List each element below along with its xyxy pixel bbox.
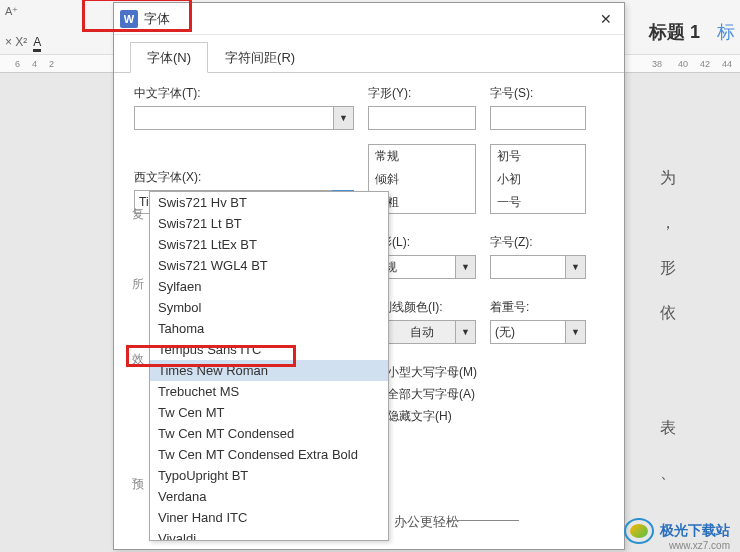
font-option[interactable]: Tw Cen MT Condensed Extra Bold (150, 444, 388, 465)
ruler-mark: 2 (49, 59, 54, 69)
doc-char: 形 (660, 258, 680, 279)
font-option[interactable]: TypoUpright BT (150, 465, 388, 486)
tab-font[interactable]: 字体(N) (130, 42, 208, 73)
font-option[interactable]: Tahoma (150, 318, 388, 339)
label-western-font: 西文字体(X): (134, 169, 354, 186)
dialog-tabs: 字体(N) 字符间距(R) (114, 35, 624, 73)
font-dialog: W 字体 ✕ 字体(N) 字符间距(R) 中文字体(T): ▼ 字形(Y): 字… (113, 2, 625, 550)
app-icon: W (120, 10, 138, 28)
font-option[interactable]: Tw Cen MT Condensed (150, 423, 388, 444)
font-option[interactable]: Trebuchet MS (150, 381, 388, 402)
superscript-icon[interactable]: A⁺ (5, 5, 18, 18)
checkbox-label: 隐藏文字(H) (387, 408, 452, 425)
chevron-down-icon[interactable]: ▼ (455, 321, 475, 343)
list-item[interactable]: 小初 (491, 168, 585, 191)
font-option[interactable]: Tw Cen MT (150, 402, 388, 423)
ruler-mark: 4 (32, 59, 37, 69)
ruler-mark: 44 (722, 59, 732, 69)
font-option[interactable]: Sylfaen (150, 276, 388, 297)
font-option[interactable]: Swis721 LtEx BT (150, 234, 388, 255)
checkbox-label: 全部大写字母(A) (387, 386, 475, 403)
font-option-selected[interactable]: Times New Roman (150, 360, 388, 381)
emphasis-value: (无) (495, 324, 515, 341)
chinese-font-combo[interactable]: ▼ (134, 106, 354, 130)
watermark-name: 极光下载站 (660, 522, 730, 540)
watermark-url: www.xz7.com (669, 540, 730, 551)
doc-char: 依 (660, 303, 680, 324)
side-label: 复 (132, 206, 144, 223)
close-button[interactable]: ✕ (596, 9, 616, 29)
style-input[interactable] (368, 106, 476, 130)
subscript-icon[interactable]: × X² (5, 35, 27, 52)
label-emphasis: 着重号: (490, 299, 586, 316)
ruler-mark: 42 (700, 59, 710, 69)
toolbar-icons: A⁺ (5, 5, 18, 18)
underline-color-value: 自动 (410, 324, 434, 341)
list-item[interactable]: 倾斜 (369, 168, 475, 191)
font-option[interactable]: Symbol (150, 297, 388, 318)
dialog-title: 字体 (144, 10, 170, 28)
tab-spacing[interactable]: 字符间距(R) (208, 42, 312, 73)
ruler-mark: 40 (678, 59, 688, 69)
doc-char: ， (660, 213, 680, 234)
font-option[interactable]: Swis721 Lt BT (150, 213, 388, 234)
emphasis-combo[interactable]: (无) ▼ (490, 320, 586, 344)
label-complex-size: 字号(Z): (490, 234, 586, 251)
checkbox-label: 小型大写字母(M) (387, 364, 477, 381)
chevron-down-icon[interactable]: ▼ (565, 321, 585, 343)
footer-hint: 办公更轻松 (394, 513, 459, 531)
font-dropdown-list[interactable]: Swis721 Hv BT Swis721 Lt BT Swis721 LtEx… (149, 191, 389, 541)
label-size: 字号(S): (490, 85, 586, 102)
font-option[interactable]: Viner Hand ITC (150, 507, 388, 528)
chevron-down-icon[interactable]: ▼ (565, 256, 585, 278)
label-chinese-font: 中文字体(T): (134, 85, 354, 102)
ruler-mark: 6 (15, 59, 20, 69)
doc-char: 、 (660, 463, 680, 484)
size-listbox[interactable]: 初号 小初 一号 (490, 144, 586, 214)
side-label: 效 (132, 351, 144, 368)
dialog-titlebar: W 字体 ✕ (114, 3, 624, 35)
list-item[interactable]: 一号 (491, 191, 585, 214)
doc-char: 为 (660, 168, 680, 189)
heading-style-next[interactable]: 标 (717, 20, 735, 44)
size-input[interactable] (490, 106, 586, 130)
font-option[interactable]: Swis721 WGL4 BT (150, 255, 388, 276)
checkbox-all-caps[interactable]: 全部大写字母(A) (368, 386, 604, 403)
list-item[interactable]: 初号 (491, 145, 585, 168)
watermark: 极光下载站 www.xz7.com (624, 518, 730, 544)
font-color-icon[interactable]: A (33, 35, 41, 52)
side-label: 所 (132, 276, 144, 293)
font-option[interactable]: Vivaldi (150, 528, 388, 541)
list-item[interactable]: 常规 (369, 145, 475, 168)
font-option[interactable]: Tempus Sans ITC (150, 339, 388, 360)
heading-style[interactable]: 标题 1 (649, 20, 700, 44)
watermark-logo-icon (624, 518, 654, 544)
label-style: 字形(Y): (368, 85, 476, 102)
checkbox-hidden[interactable]: 隐藏文字(H) (368, 408, 604, 425)
ruler-mark: 38 (652, 59, 662, 69)
doc-char: 表 (660, 418, 680, 439)
chevron-down-icon[interactable]: ▼ (333, 107, 353, 129)
complex-size-combo[interactable]: ▼ (490, 255, 586, 279)
checkbox-small-caps[interactable]: 小型大写字母(M) (368, 364, 604, 381)
side-label: 预 (132, 476, 144, 493)
chevron-down-icon[interactable]: ▼ (455, 256, 475, 278)
font-option[interactable]: Verdana (150, 486, 388, 507)
font-option[interactable]: Swis721 Hv BT (150, 192, 388, 213)
footer-line (449, 520, 519, 521)
